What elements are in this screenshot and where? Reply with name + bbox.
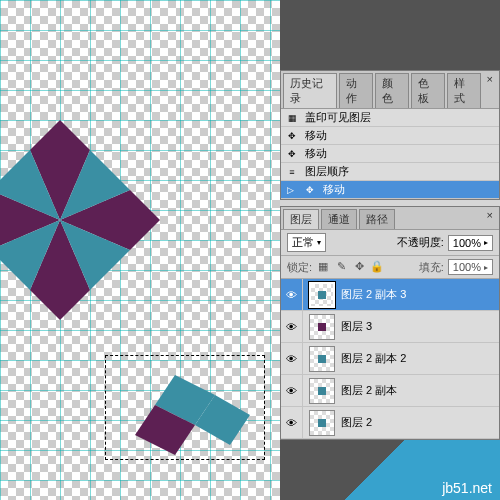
visibility-toggle[interactable]: 👁: [281, 407, 303, 438]
history-label: 移动: [305, 128, 327, 143]
canvas-area[interactable]: [0, 0, 280, 500]
tab-channels[interactable]: 通道: [321, 209, 357, 229]
close-icon[interactable]: ×: [483, 209, 497, 229]
eye-icon: 👁: [286, 417, 297, 429]
layer-row[interactable]: 👁 图层 2 副本 3: [281, 279, 499, 311]
tab-history[interactable]: 历史记录: [283, 73, 337, 108]
history-panel: 历史记录 动作 颜色 色板 样式 × ▦ 盖印可见图层 ✥ 移动 ✥ 移动 ≡ …: [280, 70, 500, 200]
move-icon: ✥: [285, 129, 299, 143]
opacity-input[interactable]: 100%▸: [448, 235, 493, 251]
layer-list: 👁 图层 2 副本 3 👁 图层 3 👁 图层 2 副本 2 👁 图层 2 副本: [281, 279, 499, 439]
lock-paint-icon[interactable]: ✎: [334, 260, 348, 274]
opacity-label: 不透明度:: [397, 235, 444, 250]
layer-thumbnail[interactable]: [309, 314, 335, 340]
blend-mode-select[interactable]: 正常▾: [287, 233, 326, 252]
tab-color[interactable]: 颜色: [375, 73, 409, 108]
play-marker-icon: ▷: [283, 183, 297, 197]
visibility-toggle[interactable]: 👁: [281, 375, 303, 406]
visibility-toggle[interactable]: 👁: [281, 311, 303, 342]
visibility-toggle[interactable]: 👁: [281, 279, 303, 310]
history-item[interactable]: ▷ ✥ 移动: [281, 181, 499, 199]
tab-swatches[interactable]: 色板: [411, 73, 445, 108]
history-label: 盖印可见图层: [305, 110, 371, 125]
lock-all-icon[interactable]: 🔒: [370, 260, 384, 274]
close-icon[interactable]: ×: [483, 73, 497, 108]
layer-name[interactable]: 图层 2 副本 2: [341, 351, 406, 366]
layer-name[interactable]: 图层 2 副本 3: [341, 287, 406, 302]
layer-order-icon: ≡: [285, 165, 299, 179]
history-item[interactable]: ≡ 图层顺序: [281, 163, 499, 181]
layer-thumbnail[interactable]: [309, 282, 335, 308]
chevron-right-icon: ▸: [484, 238, 488, 247]
tab-layers[interactable]: 图层: [283, 209, 319, 229]
transform-box[interactable]: [105, 355, 265, 460]
eye-icon: 👁: [286, 385, 297, 397]
tab-actions[interactable]: 动作: [339, 73, 373, 108]
layer-thumbnail[interactable]: [309, 410, 335, 436]
tab-paths[interactable]: 路径: [359, 209, 395, 229]
move-icon: ✥: [303, 183, 317, 197]
layer-name[interactable]: 图层 2 副本: [341, 383, 397, 398]
lock-label: 锁定:: [287, 260, 312, 275]
fill-label: 填充:: [419, 260, 444, 275]
layer-row[interactable]: 👁 图层 3: [281, 311, 499, 343]
merge-visible-icon: ▦: [285, 111, 299, 125]
lock-transparency-icon[interactable]: ▦: [316, 260, 330, 274]
layer-name[interactable]: 图层 3: [341, 319, 372, 334]
lock-position-icon[interactable]: ✥: [352, 260, 366, 274]
layer-thumbnail[interactable]: [309, 346, 335, 372]
layer-row[interactable]: 👁 图层 2 副本 2: [281, 343, 499, 375]
eye-icon: 👁: [286, 289, 297, 301]
history-tabs: 历史记录 动作 颜色 色板 样式 ×: [281, 71, 499, 109]
watermark: jb51.net: [300, 440, 500, 500]
history-item[interactable]: ▦ 盖印可见图层: [281, 109, 499, 127]
history-list: ▦ 盖印可见图层 ✥ 移动 ✥ 移动 ≡ 图层顺序 ▷ ✥ 移动: [281, 109, 499, 199]
history-label: 移动: [305, 146, 327, 161]
tab-styles[interactable]: 样式: [447, 73, 481, 108]
chevron-right-icon: ▸: [484, 263, 488, 272]
history-label: 移动: [323, 182, 345, 197]
chevron-down-icon: ▾: [317, 238, 321, 247]
visibility-toggle[interactable]: 👁: [281, 343, 303, 374]
layer-thumbnail[interactable]: [309, 378, 335, 404]
history-item[interactable]: ✥ 移动: [281, 145, 499, 163]
layers-panel: 图层 通道 路径 × 正常▾ 不透明度: 100%▸ 锁定: ▦ ✎ ✥ 🔒 填…: [280, 206, 500, 440]
eye-icon: 👁: [286, 353, 297, 365]
pinwheel-shape[interactable]: [0, 120, 160, 320]
eye-icon: 👁: [286, 321, 297, 333]
layer-name[interactable]: 图层 2: [341, 415, 372, 430]
move-icon: ✥: [285, 147, 299, 161]
history-label: 图层顺序: [305, 164, 349, 179]
layer-row[interactable]: 👁 图层 2 副本: [281, 375, 499, 407]
layer-row[interactable]: 👁 图层 2: [281, 407, 499, 439]
layers-tabs: 图层 通道 路径 ×: [281, 207, 499, 230]
fill-input[interactable]: 100%▸: [448, 259, 493, 275]
history-item[interactable]: ✥ 移动: [281, 127, 499, 145]
